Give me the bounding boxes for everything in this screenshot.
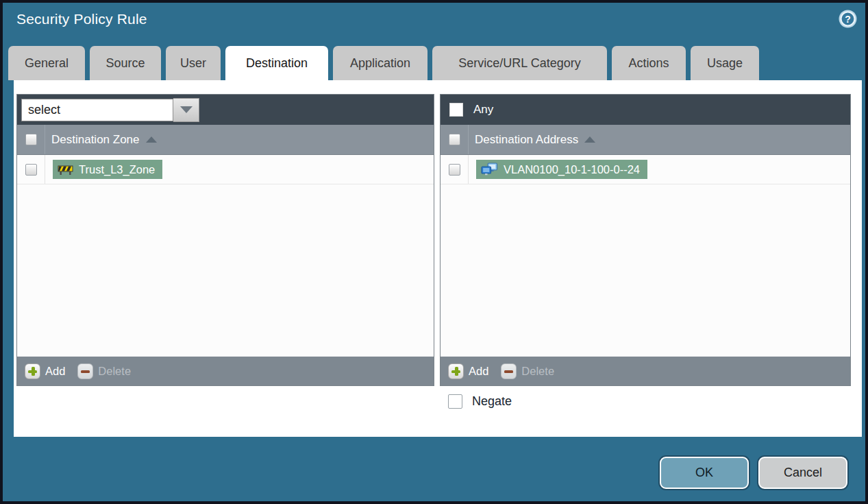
address-add-button[interactable]: Add	[448, 363, 488, 379]
zone-column-header: Destination Zone	[17, 125, 434, 155]
zone-item-label: Trust_L3_Zone	[79, 163, 155, 176]
chevron-down-icon	[180, 106, 193, 113]
zone-select-dropdown-button[interactable]	[173, 98, 199, 122]
zone-select-combobox	[21, 98, 199, 122]
zone-row-checkbox[interactable]	[25, 164, 37, 176]
tab-usage[interactable]: Usage	[691, 46, 759, 80]
destination-zone-panel: Destination Zone	[16, 94, 434, 386]
destination-tab-content: Destination Zone	[14, 80, 862, 437]
zone-list: Trust_L3_Zone	[17, 155, 434, 357]
delete-minus-icon	[501, 363, 517, 379]
negate-label: Negate	[472, 394, 512, 409]
zone-item-trust-l3-zone[interactable]: Trust_L3_Zone	[53, 160, 162, 179]
svg-text:?: ?	[845, 14, 851, 25]
zone-delete-button[interactable]: Delete	[77, 363, 131, 379]
tab-user[interactable]: User	[166, 46, 221, 80]
address-list: VLAN0100_10-1-100-0--24	[441, 155, 850, 357]
negate-option: Negate	[448, 394, 512, 409]
zone-select-all-checkbox[interactable]	[25, 134, 37, 145]
destination-address-panel: Any Destination Address	[440, 94, 851, 386]
address-panel-footer: Add Delete	[441, 357, 850, 385]
add-plus-icon	[25, 363, 40, 379]
security-policy-rule-dialog: Security Policy Rule ? General Source Us…	[0, 0, 868, 504]
ok-button[interactable]: OK	[660, 457, 749, 489]
any-checkbox[interactable]	[449, 103, 463, 117]
address-icon	[481, 163, 498, 176]
address-item-label: VLAN0100_10-1-100-0--24	[504, 163, 640, 176]
sort-ascending-icon[interactable]	[146, 136, 157, 143]
help-icon[interactable]: ?	[838, 9, 858, 29]
cancel-button[interactable]: Cancel	[758, 457, 847, 489]
dialog-title: Security Policy Rule	[16, 11, 147, 27]
zone-panel-footer: Add Delete	[17, 357, 434, 385]
zone-select-input[interactable]	[21, 99, 173, 121]
sort-ascending-icon[interactable]	[584, 136, 595, 143]
tab-service-url-category[interactable]: Service/URL Category	[432, 46, 607, 80]
any-label: Any	[473, 103, 493, 117]
tab-general[interactable]: General	[8, 46, 85, 80]
zone-panel-toolbar	[17, 95, 434, 125]
tab-actions[interactable]: Actions	[612, 46, 686, 80]
tab-application[interactable]: Application	[333, 46, 427, 80]
add-plus-icon	[448, 363, 464, 379]
address-delete-button[interactable]: Delete	[501, 363, 554, 379]
tab-bar: General Source User Destination Applicat…	[8, 46, 764, 83]
zone-icon	[58, 164, 73, 176]
tab-destination[interactable]: Destination	[225, 46, 328, 83]
negate-checkbox[interactable]	[448, 394, 462, 409]
address-panel-toolbar: Any	[441, 95, 850, 125]
table-row: VLAN0100_10-1-100-0--24	[441, 155, 850, 184]
zone-add-button[interactable]: Add	[25, 363, 65, 379]
address-row-checkbox[interactable]	[449, 164, 460, 176]
zone-column-label[interactable]: Destination Zone	[51, 133, 140, 147]
address-column-header: Destination Address	[441, 125, 850, 155]
address-item-vlan0100[interactable]: VLAN0100_10-1-100-0--24	[476, 160, 647, 179]
delete-minus-icon	[77, 363, 93, 379]
address-select-all-checkbox[interactable]	[449, 134, 460, 145]
address-column-label[interactable]: Destination Address	[475, 133, 578, 147]
table-row: Trust_L3_Zone	[17, 155, 434, 184]
tab-source[interactable]: Source	[90, 46, 161, 80]
